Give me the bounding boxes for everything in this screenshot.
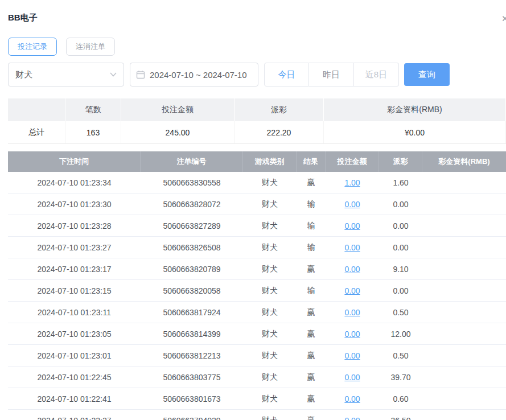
cell-bonus bbox=[422, 215, 506, 236]
cell-bet-amount: 0.00 bbox=[326, 323, 379, 344]
cell-bet-time: 2024-07-10 01:22:45 bbox=[8, 367, 141, 388]
cell-game-type: 财犬 bbox=[243, 280, 297, 301]
table-row: 2024-07-10 01:23:155060663820058财犬输0.000… bbox=[8, 280, 506, 302]
cell-result: 输 bbox=[297, 215, 326, 236]
table-row: 2024-07-10 01:23:345060663830558财犬赢1.001… bbox=[8, 172, 506, 193]
cell-bet-amount: 0.00 bbox=[326, 410, 379, 420]
cell-order-number: 5060663828072 bbox=[141, 193, 243, 215]
cell-payout: 0.50 bbox=[379, 345, 422, 366]
cell-bonus bbox=[422, 237, 506, 258]
table-row: 2024-07-10 01:23:015060663812213财犬赢0.000… bbox=[8, 345, 506, 367]
date-range-value: 2024-07-10 ~ 2024-07-10 bbox=[150, 70, 247, 80]
cell-game-type: 财犬 bbox=[243, 345, 297, 366]
summary-total-bonus: ¥0.00 bbox=[324, 121, 506, 144]
cell-order-number: 5060663801673 bbox=[141, 388, 243, 409]
bet-amount-link[interactable]: 0.00 bbox=[344, 286, 360, 295]
table-row: 2024-07-10 01:22:415060663801673财犬赢0.000… bbox=[8, 388, 506, 410]
cell-bet-amount: 0.00 bbox=[326, 237, 379, 258]
tab-betting-records[interactable]: 投注记录 bbox=[8, 38, 57, 56]
cell-bonus bbox=[422, 345, 506, 366]
page-title: BB电子 bbox=[8, 13, 38, 22]
cell-order-number: 5060663794029 bbox=[141, 410, 243, 420]
cell-bonus bbox=[422, 193, 506, 215]
cell-bet-amount: 0.00 bbox=[326, 258, 379, 279]
cell-order-number: 5060663830558 bbox=[141, 172, 243, 193]
last-8-days-button[interactable]: 近8日 bbox=[354, 63, 399, 87]
game-select[interactable]: 财犬 bbox=[8, 63, 124, 87]
cell-game-type: 财犬 bbox=[243, 193, 297, 215]
cell-game-type: 财犬 bbox=[243, 410, 297, 420]
cell-payout: 36.50 bbox=[379, 410, 422, 420]
bet-amount-link[interactable]: 0.00 bbox=[344, 221, 360, 230]
cell-payout: 0.00 bbox=[379, 215, 422, 236]
bet-amount-link[interactable]: 1.00 bbox=[344, 178, 360, 187]
bet-amount-link[interactable]: 0.00 bbox=[344, 416, 360, 420]
records-table-header: 下注时间 注单编号 游戏类别 结果 投注金额 派彩 彩金资料(RMB) bbox=[8, 151, 506, 172]
cell-bet-amount: 0.00 bbox=[326, 367, 379, 388]
chevron-down-icon bbox=[110, 72, 117, 77]
header-bet-time: 下注时间 bbox=[8, 151, 141, 172]
tab-label: 投注记录 bbox=[18, 42, 47, 52]
cell-bet-time: 2024-07-10 01:23:30 bbox=[8, 193, 141, 215]
cell-result: 输 bbox=[297, 237, 326, 258]
cell-result: 赢 bbox=[297, 367, 326, 388]
table-row: 2024-07-10 01:23:285060663827289财犬输0.000… bbox=[8, 215, 506, 237]
date-range-input[interactable]: 2024-07-10 ~ 2024-07-10 bbox=[130, 63, 258, 87]
cell-order-number: 5060663826508 bbox=[141, 237, 243, 258]
cell-bonus bbox=[422, 172, 506, 193]
bet-amount-link[interactable]: 0.00 bbox=[344, 373, 360, 382]
cell-bet-amount: 0.00 bbox=[326, 345, 379, 366]
page-header: BB电子 ✕ bbox=[8, 0, 506, 23]
cell-game-type: 财犬 bbox=[243, 388, 297, 409]
tab-cancelled-orders[interactable]: 连消注单 bbox=[66, 38, 115, 56]
cell-result: 赢 bbox=[297, 258, 326, 279]
today-button[interactable]: 今日 bbox=[264, 63, 309, 87]
cell-game-type: 财犬 bbox=[243, 215, 297, 236]
cell-order-number: 5060663814399 bbox=[141, 323, 243, 344]
summary-total-count: 163 bbox=[65, 121, 121, 144]
quick-date-button-group: 今日 昨日 近8日 bbox=[264, 63, 399, 87]
yesterday-button[interactable]: 昨日 bbox=[309, 63, 354, 87]
summary-header-row: 笔数 投注金额 派彩 彩金资料(RMB) bbox=[8, 98, 506, 121]
cell-order-number: 5060663827289 bbox=[141, 215, 243, 236]
tab-bar: 投注记录 连消注单 bbox=[8, 38, 506, 56]
cell-bonus bbox=[422, 367, 506, 388]
cell-bet-time: 2024-07-10 01:23:34 bbox=[8, 172, 141, 193]
cell-bonus bbox=[422, 280, 506, 301]
cell-bet-time: 2024-07-10 01:22:41 bbox=[8, 388, 141, 409]
cell-bet-time: 2024-07-10 01:23:01 bbox=[8, 345, 141, 366]
cell-bet-amount: 0.00 bbox=[326, 215, 379, 236]
bet-amount-link[interactable]: 0.00 bbox=[344, 308, 360, 317]
today-button-label: 今日 bbox=[278, 69, 295, 80]
cell-payout: 39.70 bbox=[379, 367, 422, 388]
table-row: 2024-07-10 01:23:275060663826508财犬输0.000… bbox=[8, 237, 506, 258]
header-result: 结果 bbox=[297, 151, 326, 172]
bet-amount-link[interactable]: 0.00 bbox=[344, 351, 360, 360]
cell-bet-time: 2024-07-10 01:23:27 bbox=[8, 237, 141, 258]
search-button[interactable]: 查询 bbox=[404, 63, 450, 86]
game-select-value: 财犬 bbox=[15, 69, 32, 80]
close-icon[interactable]: ✕ bbox=[501, 14, 506, 24]
cell-result: 赢 bbox=[297, 323, 326, 344]
summary-total-row: 总计 163 245.00 222.20 ¥0.00 bbox=[8, 121, 506, 144]
cell-bonus bbox=[422, 258, 506, 279]
cell-game-type: 财犬 bbox=[243, 258, 297, 279]
bet-amount-link[interactable]: 0.00 bbox=[344, 243, 360, 252]
cell-payout: 0.00 bbox=[379, 193, 422, 215]
cell-order-number: 5060663812213 bbox=[141, 345, 243, 366]
filter-bar: 财犬 2024-07-10 ~ 2024-07-10 今日 昨日 近8日 bbox=[8, 63, 506, 87]
cell-bet-time: 2024-07-10 01:23:17 bbox=[8, 258, 141, 279]
cell-payout: 1.60 bbox=[379, 172, 422, 193]
summary-header-blank bbox=[8, 98, 65, 121]
cell-game-type: 财犬 bbox=[243, 302, 297, 323]
cell-bet-amount: 0.00 bbox=[326, 280, 379, 301]
cell-bet-amount: 0.00 bbox=[326, 193, 379, 215]
cell-result: 输 bbox=[297, 193, 326, 215]
cell-result: 赢 bbox=[297, 345, 326, 366]
bet-amount-link[interactable]: 0.00 bbox=[344, 265, 360, 274]
bet-amount-link[interactable]: 0.00 bbox=[344, 330, 360, 339]
bet-amount-link[interactable]: 0.00 bbox=[344, 200, 360, 209]
bet-amount-link[interactable]: 0.00 bbox=[344, 394, 360, 403]
cell-bet-amount: 1.00 bbox=[326, 172, 379, 193]
cell-bet-amount: 0.00 bbox=[326, 302, 379, 323]
